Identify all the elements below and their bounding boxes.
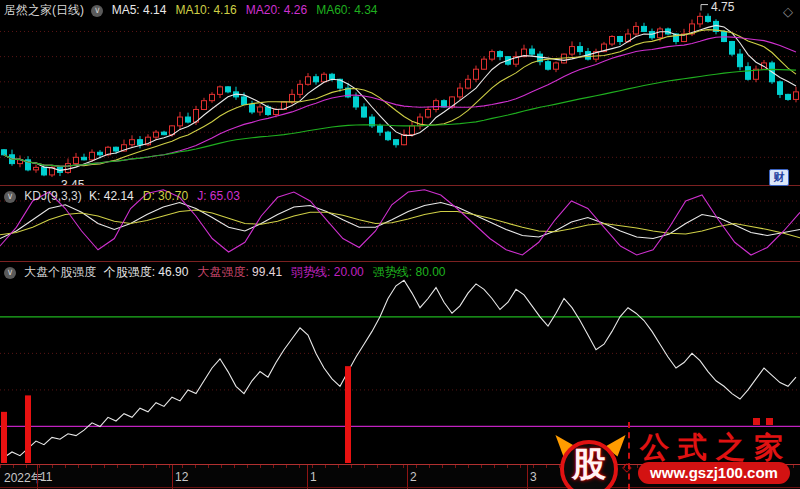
axis-month-label: 12	[175, 470, 188, 484]
axis-month-divider	[407, 465, 408, 489]
logo-character: 股	[560, 442, 618, 488]
strength-header: ∨ 大盘个股强度 个股强度: 46.90大盘强度: 99.41弱势线: 20.0…	[4, 265, 455, 279]
axis-month-label: 11	[40, 470, 52, 484]
indicator-value: 强势线: 80.00	[373, 265, 446, 279]
chevron-down-icon[interactable]: ∨	[4, 267, 16, 279]
chart-title: 居然之家(日线)	[4, 3, 84, 17]
axis-month-label: 3	[530, 470, 537, 484]
axis-month-label: 2	[410, 470, 417, 484]
indicator-value: MA10: 4.16	[175, 3, 236, 17]
axis-month-divider	[172, 465, 173, 489]
indicator-value: 弱势线: 20.00	[291, 265, 364, 279]
indicator-value: MA20: 4.26	[246, 3, 307, 17]
axis-month-divider	[527, 465, 528, 489]
site-url-badge: www.gszj100.com	[638, 462, 790, 484]
strength-title: 大盘个股强度	[24, 265, 96, 279]
finance-news-icon[interactable]: 财	[769, 169, 789, 186]
chevron-down-icon[interactable]: ∨	[91, 5, 103, 17]
indicator-value: MA60: 4.34	[316, 3, 377, 17]
indicator-value: 大盘强度: 99.41	[197, 265, 282, 279]
axis-month-divider	[37, 465, 38, 489]
kdj-title: KDJ(9,3,3)	[24, 189, 81, 203]
indicator-value: K: 42.14	[89, 189, 134, 203]
svg-text:4.75: 4.75	[711, 0, 735, 14]
kdj-header: ∨ KDJ(9,3,3) K: 42.14D: 30.70J: 65.03	[4, 189, 249, 203]
site-watermark-logo: 股 ◇ 公式之家 www.gszj100.com	[552, 416, 797, 489]
svg-text:←3.45: ←3.45	[49, 178, 85, 185]
deco-square	[753, 418, 760, 425]
deco-square	[766, 418, 773, 425]
panel-separator	[0, 185, 800, 186]
diamond-icon[interactable]: ◇	[783, 4, 793, 19]
indicator-value: 个股强度: 46.90	[104, 265, 189, 279]
axis-month-label: 1	[310, 470, 317, 484]
main-chart-header: 居然之家(日线) ∨ MA5: 4.14MA10: 4.16MA20: 4.26…	[4, 3, 387, 17]
small-diamond-icon: ◇	[622, 460, 631, 474]
indicator-value: D: 30.70	[143, 189, 188, 203]
axis-month-divider	[307, 465, 308, 489]
chevron-down-icon[interactable]: ∨	[4, 191, 16, 203]
indicator-value: J: 65.03	[197, 189, 240, 203]
panel-separator	[0, 261, 800, 262]
stock-chart-window: 4.75←3.45 居然之家(日线) ∨ MA5: 4.14MA10: 4.16…	[0, 0, 800, 489]
candlestick-chart: 4.75←3.45	[0, 0, 800, 185]
logo-divider	[628, 422, 630, 489]
bull-logo-icon: 股	[558, 434, 620, 489]
indicator-value: MA5: 4.14	[112, 3, 167, 17]
